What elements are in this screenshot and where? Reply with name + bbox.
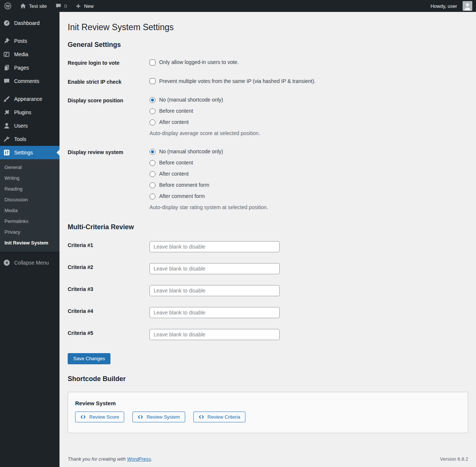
site-name-label: Test site <box>29 3 47 9</box>
comments-menu[interactable]: 0 <box>51 0 71 12</box>
review-system-option-before-content[interactable]: Before content <box>149 159 468 166</box>
sidebar-item-label: Appearance <box>14 96 42 102</box>
comments-count: 0 <box>64 3 67 9</box>
radio-label: Before comment form <box>159 182 209 189</box>
review-system-option-after-content[interactable]: After content <box>149 170 468 177</box>
criteria-2-label: Criteria #2 <box>68 263 149 274</box>
score-position-option-before-content[interactable]: Before content <box>149 108 468 115</box>
wordpress-link[interactable]: WordPress <box>127 456 151 462</box>
review-system-option-before-comment-form[interactable]: Before comment form <box>149 182 468 189</box>
score-position-description: Auto-display average score at selected p… <box>149 130 468 137</box>
submenu-item-init-review-system[interactable]: Init Review System <box>0 237 60 248</box>
criteria-4-label: Criteria #4 <box>68 307 149 318</box>
shortcode-review-criteria-button[interactable]: Review Criteria <box>193 412 245 422</box>
save-changes-button[interactable]: Save Changes <box>68 353 110 364</box>
avatar <box>463 1 472 11</box>
sidebar-item-label: Dashboard <box>14 20 40 26</box>
radio-unchecked[interactable] <box>149 171 155 177</box>
sidebar-item-plugins[interactable]: Plugins <box>0 106 60 119</box>
criteria-3-input[interactable] <box>149 285 280 296</box>
radio-unchecked[interactable] <box>149 182 155 188</box>
strict-ip-row: Enable strict IP check Prevent multiple … <box>68 73 468 92</box>
plus-icon <box>75 3 81 9</box>
new-menu[interactable]: New <box>71 0 98 12</box>
criteria-1-row: Criteria #1 <box>68 236 468 258</box>
radio-label: After comment form <box>159 193 205 200</box>
code-icon <box>199 415 204 419</box>
submenu-item-media[interactable]: Media <box>0 205 60 216</box>
howdy-label: Howdy, user <box>431 3 457 9</box>
submenu-item-privacy[interactable]: Privacy <box>0 227 60 237</box>
review-system-option-no[interactable]: No (manual shortcode only) <box>149 148 468 155</box>
strict-ip-checkbox[interactable]: Prevent multiple votes from the same IP … <box>149 78 468 85</box>
sidebar-item-comments[interactable]: Comments <box>0 74 60 88</box>
sidebar-item-appearance[interactable]: Appearance <box>0 92 60 106</box>
code-icon <box>138 415 143 419</box>
criteria-4-input[interactable] <box>149 307 280 318</box>
sidebar-item-label: Media <box>14 51 28 58</box>
sidebar-item-tools[interactable]: Tools <box>0 132 60 146</box>
admin-bar-left: Test site 0 New <box>0 0 98 12</box>
radio-checked[interactable] <box>149 149 155 155</box>
sidebar-item-dashboard[interactable]: Dashboard <box>0 16 60 30</box>
criteria-2-input[interactable] <box>149 263 280 274</box>
sidebar-item-label: Plugins <box>14 109 31 116</box>
radio-label: No (manual shortcode only) <box>159 96 223 103</box>
radio-unchecked[interactable] <box>149 193 155 199</box>
collapse-menu-button[interactable]: Collapse Menu <box>0 256 60 269</box>
sidebar-item-pages[interactable]: Pages <box>0 61 60 74</box>
radio-label: After content <box>159 119 189 126</box>
review-system-option-after-comment-form[interactable]: After comment form <box>149 193 468 200</box>
shortcode-review-system-button[interactable]: Review System <box>132 412 185 422</box>
radio-unchecked[interactable] <box>149 119 155 125</box>
sidebar-item-label: Users <box>14 122 28 129</box>
collapse-menu-label: Collapse Menu <box>14 259 49 266</box>
shortcode-builder-card: Review System Review Score Review System <box>68 392 468 433</box>
submenu-item-permalinks[interactable]: Permalinks <box>0 216 60 227</box>
submenu-item-discussion[interactable]: Discussion <box>0 194 60 205</box>
radio-checked[interactable] <box>149 97 155 103</box>
admin-frame: Dashboard Posts <box>0 12 476 467</box>
radio-label: Before content <box>159 159 193 166</box>
sidebar-item-label: Pages <box>14 64 29 71</box>
criteria-1-input[interactable] <box>149 241 280 252</box>
require-login-checkbox[interactable]: Only allow logged-in users to vote. <box>149 59 468 66</box>
submenu-item-reading[interactable]: Reading <box>0 183 60 194</box>
criteria-2-row: Criteria #2 <box>68 258 468 280</box>
radio-label: No (manual shortcode only) <box>159 148 223 155</box>
review-system-position-row: Display review system No (manual shortco… <box>68 143 468 217</box>
score-position-option-after-content[interactable]: After content <box>149 119 468 126</box>
submenu-item-writing[interactable]: Writing <box>0 173 60 183</box>
review-system-description: Auto-display star rating system at selec… <box>149 204 468 211</box>
checkbox-unchecked[interactable] <box>149 78 155 84</box>
shortcode-review-score-button[interactable]: Review Score <box>75 412 124 422</box>
collapse-arrow-icon <box>3 259 10 266</box>
wordpress-logo-menu[interactable] <box>0 0 16 12</box>
score-position-option-no[interactable]: No (manual shortcode only) <box>149 96 468 103</box>
shortcode-button-label: Review Score <box>89 414 119 420</box>
sidebar-item-media[interactable]: Media <box>0 48 60 61</box>
checkbox-unchecked[interactable] <box>149 60 155 65</box>
howdy-account-menu[interactable]: Howdy, user <box>427 1 472 11</box>
submenu-item-general[interactable]: General <box>0 162 60 173</box>
sidebar-item-settings[interactable]: Settings <box>0 146 60 159</box>
sidebar-separator <box>0 30 60 34</box>
shortcode-button-label: Review Criteria <box>208 414 240 420</box>
dashboard-icon <box>3 19 10 27</box>
sidebar-item-users[interactable]: Users <box>0 119 60 132</box>
require-login-checkbox-label: Only allow logged-in users to vote. <box>159 59 239 66</box>
require-login-row: Require login to vote Only allow logged-… <box>68 54 468 73</box>
criteria-3-label: Criteria #3 <box>68 285 149 296</box>
review-system-card-title: Review System <box>75 400 461 406</box>
footer-thanks-text: Thank you for creating with WordPress. <box>68 456 152 462</box>
radio-unchecked[interactable] <box>149 108 155 114</box>
site-name-link[interactable]: Test site <box>16 0 51 12</box>
appearance-icon <box>3 95 10 103</box>
sidebar-item-posts[interactable]: Posts <box>0 34 60 48</box>
comment-bubble-icon <box>55 3 62 9</box>
radio-unchecked[interactable] <box>149 160 155 166</box>
criteria-3-row: Criteria #3 <box>68 280 468 302</box>
radio-label: Before content <box>159 108 193 115</box>
criteria-5-input[interactable] <box>149 329 280 340</box>
multi-criteria-heading: Multi-Criteria Review <box>68 217 468 236</box>
